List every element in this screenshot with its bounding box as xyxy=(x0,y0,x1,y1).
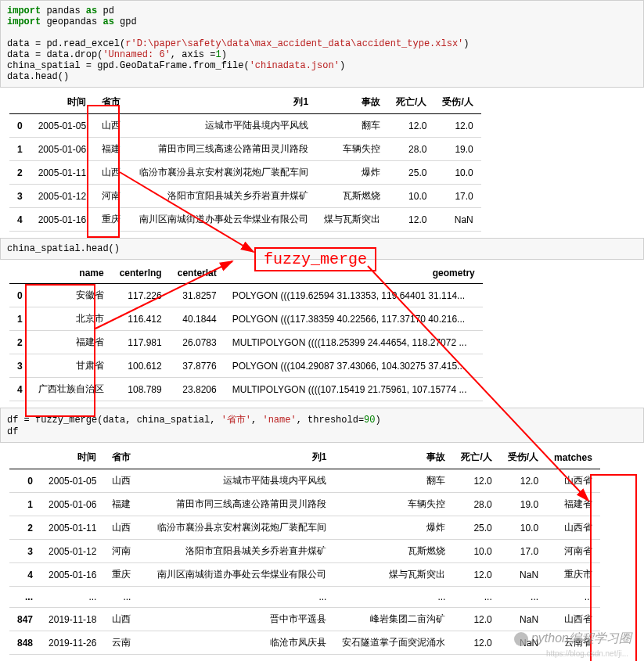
table-cell: 翻车 xyxy=(334,469,453,493)
table-cell: 车辆失控 xyxy=(316,138,388,161)
table-row: 22005-01-11山西临汾市襄汾县京安村襄浏花炮厂装配车间爆炸25.010.… xyxy=(9,516,600,540)
table-cell: 瓦斯燃烧 xyxy=(334,540,453,563)
table-row: 02005-01-05山西运城市平陆县境内平风线翻车12.012.0 xyxy=(9,114,481,138)
table-cell: 12.0 xyxy=(453,563,499,587)
table-cell: 2 xyxy=(9,516,41,540)
table-cell: 116.412 xyxy=(112,307,170,331)
table-cell: ... xyxy=(41,587,104,608)
table3-h7: matches xyxy=(546,446,600,469)
watermark-sub: https://blog.csdn.net/ji... xyxy=(546,649,628,658)
table-row: 8472019-11-18山西晋中市平遥县峰岩集团二亩沟矿12.0NaN山西省 xyxy=(9,608,600,631)
table-cell: 福建省 xyxy=(546,493,600,516)
table3-wrap: 时间 省市 列1 事故 死亡/人 受伤/人 matches 02005-01-0… xyxy=(0,446,644,655)
table-cell: 23.8206 xyxy=(170,378,225,401)
table-cell: ... xyxy=(139,587,334,608)
table-cell: 2005-01-06 xyxy=(31,138,94,161)
table-row: 12005-01-06福建莆田市同三线高速公路莆田灵川路段车辆失控28.019.… xyxy=(9,493,600,516)
table-cell: 爆炸 xyxy=(316,161,388,185)
table-cell: 25.0 xyxy=(453,516,499,540)
table-cell: 峰岩集团二亩沟矿 xyxy=(334,608,453,631)
table-cell: 2005-01-11 xyxy=(41,516,104,540)
table-cell: 山西 xyxy=(104,469,139,493)
table-row: 3甘肃省100.61237.8776POLYGON (((104.29087 3… xyxy=(9,354,483,378)
table-cell: 重庆市 xyxy=(546,563,600,587)
watermark: python编程学习圈 xyxy=(514,631,631,647)
table-row: 8482019-11-26云南临沧市凤庆县安石隧道掌子面突泥涌水12.0NaN云… xyxy=(9,631,600,655)
table1-h3: 列1 xyxy=(128,91,316,114)
table3: 时间 省市 列1 事故 死亡/人 受伤/人 matches 02005-01-0… xyxy=(9,446,600,655)
table-cell: 2019-11-18 xyxy=(41,608,104,631)
code-cell-3: df = fuzzy_merge(data, china_spatial, '省… xyxy=(0,408,644,443)
table-cell: 108.789 xyxy=(112,378,170,401)
table-cell: 0 xyxy=(9,114,31,138)
table-cell: 山西省 xyxy=(546,608,600,631)
table1-header-row: 时间 省市 列1 事故 死亡/人 受伤/人 xyxy=(9,91,481,114)
table-cell: 河南省 xyxy=(546,540,600,563)
table-cell: 2 xyxy=(9,331,31,354)
table2: name centerlng centerlat geometry 0安徽省11… xyxy=(9,263,483,401)
table-cell: 31.8257 xyxy=(170,284,225,307)
table-row: ........................ xyxy=(9,587,600,608)
table3-h5: 死亡/人 xyxy=(453,446,499,469)
table-cell: 重庆 xyxy=(94,208,128,232)
table2-h1: name xyxy=(31,263,112,284)
table1-h2: 省市 xyxy=(94,91,128,114)
table-cell: 19.0 xyxy=(434,138,480,161)
table-row: 22005-01-11山西临汾市襄汾县京安村襄浏花炮厂装配车间爆炸25.010.… xyxy=(9,161,481,185)
table-cell: 17.0 xyxy=(434,185,480,208)
table-cell: 12.0 xyxy=(500,469,546,493)
table1-wrap: 时间 省市 列1 事故 死亡/人 受伤/人 02005-01-05山西运城市平陆… xyxy=(0,91,644,232)
table-cell: 0 xyxy=(9,284,31,307)
table-cell: 莆田市同三线高速公路莆田灵川路段 xyxy=(139,493,334,516)
table-cell: 12.0 xyxy=(434,114,480,138)
table-cell: 广西壮族自治区 xyxy=(31,378,112,401)
table3-h3: 列1 xyxy=(139,446,334,469)
table-cell: 山西 xyxy=(104,608,139,631)
table-cell: 安石隧道掌子面突泥涌水 xyxy=(334,631,453,655)
table-cell: 117.981 xyxy=(112,331,170,354)
table-cell: MULTIPOLYGON ((((107.15419 21.75961, 107… xyxy=(225,378,483,401)
wechat-icon xyxy=(514,632,528,646)
table-cell: 17.0 xyxy=(500,540,546,563)
table3-h4: 事故 xyxy=(334,446,453,469)
table-cell: 1 xyxy=(9,307,31,331)
table-cell: 洛阳市宜阳县城关乡乔岩直井煤矿 xyxy=(139,540,334,563)
table1-h4: 事故 xyxy=(316,91,388,114)
table-cell: POLYGON (((119.62594 31.13353, 119.64401… xyxy=(225,284,483,307)
table3-h6: 受伤/人 xyxy=(500,446,546,469)
table-cell: 0 xyxy=(9,469,41,493)
table-cell: ... xyxy=(9,587,41,608)
table-cell: 12.0 xyxy=(453,608,499,631)
table-cell: ... xyxy=(104,587,139,608)
table-cell: 1 xyxy=(9,493,41,516)
table-cell: 山西省 xyxy=(546,469,600,493)
table-cell: 4 xyxy=(9,208,31,232)
table-cell: 山西 xyxy=(104,516,139,540)
table-cell: ... xyxy=(334,587,453,608)
table-cell: 北京市 xyxy=(31,307,112,331)
table1-h6: 受伤/人 xyxy=(434,91,480,114)
table-cell: 云南 xyxy=(104,631,139,655)
table-cell: 运城市平陆县境内平风线 xyxy=(128,114,316,138)
code-cell-1: import pandas as pd import geopandas as … xyxy=(0,0,644,88)
table-cell: NaN xyxy=(500,608,546,631)
table-cell: 3 xyxy=(9,540,41,563)
table-row: 42005-01-16重庆南川区南城街道办事处云华煤业有限公司煤与瓦斯突出12.… xyxy=(9,208,481,232)
table-row: 32005-01-12河南洛阳市宜阳县城关乡乔岩直井煤矿瓦斯燃烧10.017.0 xyxy=(9,185,481,208)
table3-header-row: 时间 省市 列1 事故 死亡/人 受伤/人 matches xyxy=(9,446,600,469)
table-cell: NaN xyxy=(434,208,480,232)
table1-h1: 时间 xyxy=(31,91,94,114)
table-cell: 28.0 xyxy=(388,138,434,161)
table-cell: 28.0 xyxy=(453,493,499,516)
table-cell: POLYGON (((104.29087 37.43066, 104.30275… xyxy=(225,354,483,378)
table-row: 4广西壮族自治区108.78923.8206MULTIPOLYGON ((((1… xyxy=(9,378,483,401)
table-cell: MULTIPOLYGON ((((118.25399 24.44654, 118… xyxy=(225,331,483,354)
table-cell: 运城市平陆县境内平风线 xyxy=(139,469,334,493)
table-cell: 12.0 xyxy=(388,114,434,138)
table-cell: 100.612 xyxy=(112,354,170,378)
table-cell: 10.0 xyxy=(453,540,499,563)
table-cell: 2005-01-11 xyxy=(31,161,94,185)
table-row: 02005-01-05山西运城市平陆县境内平风线翻车12.012.0山西省 xyxy=(9,469,600,493)
table-cell: 12.0 xyxy=(453,469,499,493)
table2-h4: geometry xyxy=(225,263,483,284)
